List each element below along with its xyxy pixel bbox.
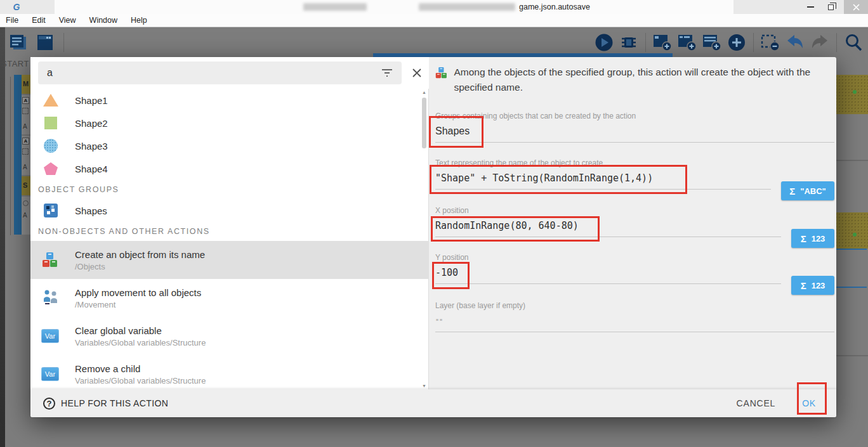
- annotation-box-name-field: [430, 165, 687, 194]
- list-scrollbar[interactable]: ▲ ▼: [421, 90, 427, 388]
- scroll-down-icon[interactable]: ▼: [421, 384, 427, 388]
- description-text: Among the objects of the specified group…: [454, 65, 831, 95]
- list-item-action[interactable]: Var Clear global variable Variables/Glob…: [30, 317, 429, 355]
- menu-view[interactable]: View: [59, 16, 76, 25]
- menu-file[interactable]: File: [6, 16, 18, 25]
- sigma-icon: Σ: [801, 233, 806, 244]
- comment-band: [831, 212, 868, 249]
- debug-icon: [619, 33, 638, 52]
- action-list: Shape1 Shape2 Shape3 Shape4 OBJECT GROUP…: [30, 89, 429, 389]
- expression-button-label: 123: [812, 234, 825, 243]
- search-input[interactable]: a: [38, 62, 402, 84]
- condition-icon: A: [22, 97, 29, 104]
- events-sheet-icon: [9, 34, 28, 51]
- event-header: M: [22, 75, 30, 94]
- add-event-icon[interactable]: [652, 32, 673, 53]
- events-sheet-icon[interactable]: [8, 32, 29, 53]
- event-letter: A: [23, 164, 27, 171]
- number-expression-button[interactable]: Σ 123: [791, 229, 834, 248]
- list-item-action[interactable]: Var Remove a child Variables/Global vari…: [30, 355, 429, 389]
- restore-button[interactable]: [821, 0, 840, 14]
- string-expression-button[interactable]: Σ "ABC": [781, 181, 834, 200]
- toolbar-separator: [645, 33, 646, 52]
- main-toolbar: [5, 29, 868, 56]
- action-title: Clear global variable: [75, 325, 206, 336]
- event-letter: A: [23, 123, 27, 130]
- dialog-close-button[interactable]: [410, 66, 424, 80]
- add-circle-icon[interactable]: [726, 32, 747, 53]
- sigma-icon: Σ: [789, 186, 795, 197]
- event-blue-strip: [14, 75, 22, 235]
- redacted-title-text: [419, 3, 515, 11]
- action-path: /Objects: [75, 262, 205, 271]
- event-tree-line: [10, 77, 11, 235]
- dialog-footer: HELP FOR THIS ACTION CANCEL OK: [30, 389, 836, 417]
- number-expression-button[interactable]: Σ 123: [791, 276, 834, 295]
- scroll-up-icon[interactable]: ▲: [421, 90, 427, 94]
- close-icon: [853, 4, 860, 11]
- list-item-object[interactable]: Shape1: [30, 89, 429, 112]
- expression-button-label: 123: [812, 281, 825, 290]
- gdevelop-logo-icon: [11, 2, 22, 12]
- sigma-icon: Σ: [801, 280, 806, 291]
- remove-event-icon[interactable]: [760, 32, 781, 53]
- menu-bar: File Edit View Window Help: [0, 14, 868, 27]
- redo-icon[interactable]: [809, 32, 831, 53]
- event-letter: A: [23, 212, 27, 219]
- window-tab: [55, 0, 733, 14]
- field-group: Groups containing objects that can be cr…: [435, 112, 834, 143]
- left-edge-panel: [0, 27, 5, 447]
- group-input[interactable]: Shapes: [435, 126, 834, 143]
- menu-help[interactable]: Help: [131, 16, 147, 25]
- field-y-position: Y position -100 Σ 123: [435, 253, 834, 295]
- list-item-object[interactable]: Shape3: [30, 134, 429, 157]
- layer-input[interactable]: "": [435, 315, 834, 332]
- event-header: S: [22, 176, 30, 195]
- redacted-title-text: [303, 3, 367, 11]
- green-dot: [853, 90, 857, 94]
- annotation-box-group-field: [429, 116, 483, 148]
- menu-edit[interactable]: Edit: [32, 16, 46, 25]
- play-icon[interactable]: [593, 32, 615, 53]
- scene-editor-icon[interactable]: [34, 32, 56, 53]
- help-icon: [43, 398, 55, 410]
- search-icon: [844, 33, 863, 52]
- search-icon[interactable]: [843, 32, 864, 53]
- list-item-action[interactable]: Apply movement to all objects /Movement: [30, 279, 429, 317]
- close-window-button[interactable]: [844, 0, 868, 14]
- scene-editor-icon: [36, 34, 54, 51]
- list-item-object[interactable]: Shape4: [30, 157, 429, 180]
- apply-movement-icon: [41, 288, 60, 308]
- add-subevent-icon[interactable]: [676, 32, 698, 53]
- play-icon: [595, 33, 614, 52]
- debug-icon[interactable]: [618, 32, 640, 53]
- filter-icon[interactable]: [381, 68, 393, 77]
- event-row: A A: [22, 136, 30, 175]
- scrollbar-thumb[interactable]: [422, 98, 426, 148]
- minimize-icon: [807, 6, 814, 8]
- background-right-column: [831, 57, 868, 447]
- condition-icon: A: [22, 138, 29, 145]
- event-row: A: [22, 197, 30, 235]
- add-comment-icon[interactable]: [701, 32, 723, 53]
- list-item-action-selected[interactable]: Create an object from its name /Objects: [30, 241, 429, 279]
- pentagon-shape-icon: [43, 161, 58, 176]
- list-item-group[interactable]: Shapes: [30, 199, 429, 222]
- undo-icon[interactable]: [784, 32, 806, 53]
- annotation-box-ok-button: [797, 382, 827, 415]
- object-group-icon: [43, 203, 58, 218]
- action-icon: [22, 108, 29, 114]
- toolbar-separator: [753, 33, 754, 52]
- event-separator: [831, 160, 868, 161]
- help-button[interactable]: HELP FOR THIS ACTION: [43, 398, 168, 410]
- menu-window[interactable]: Window: [89, 16, 117, 25]
- minimize-button[interactable]: [801, 0, 820, 14]
- annotation-box-x-field: [431, 216, 600, 242]
- title-bar: game.json.autosave: [0, 0, 868, 14]
- background-tab-label: START: [1, 59, 29, 68]
- list-item-object[interactable]: Shape2: [30, 112, 429, 134]
- cancel-button[interactable]: CANCEL: [737, 398, 776, 408]
- expression-button-label: "ABC": [800, 186, 826, 196]
- y-position-input[interactable]: -100: [435, 267, 781, 284]
- redo-icon: [810, 34, 829, 51]
